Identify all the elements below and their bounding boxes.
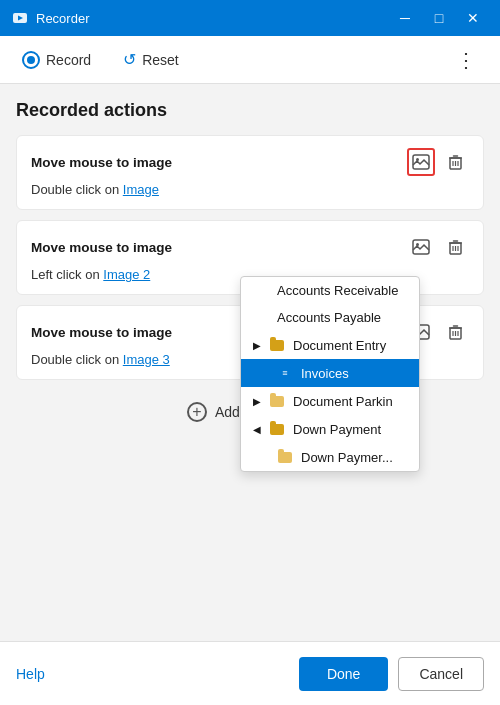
- dropdown-item-1-label: Accounts Payable: [277, 310, 381, 325]
- dropdown-item-4-label: Document Parkin: [293, 394, 393, 409]
- plus-circle-icon: +: [187, 402, 207, 422]
- cancel-button[interactable]: Cancel: [398, 657, 484, 691]
- footer-buttons: Done Cancel: [299, 657, 484, 691]
- record-dot: [27, 56, 35, 64]
- action-card-1-prefix: Double click on: [31, 182, 119, 197]
- action-card-3-prefix: Double click on: [31, 352, 119, 367]
- reset-label: Reset: [142, 52, 179, 68]
- delete-button-2[interactable]: [441, 233, 469, 261]
- folder-icon-5: [269, 421, 285, 437]
- action-card-1-detail: Double click on Image: [31, 182, 469, 197]
- action-card-2-link[interactable]: Image 2: [103, 267, 150, 282]
- dropdown-item-3[interactable]: Invoices: [241, 359, 419, 387]
- dropdown-item-5[interactable]: ◀ Down Payment: [241, 415, 419, 443]
- toolbar: Record ↺ Reset ⋮: [0, 36, 500, 84]
- action-card-2-header: Move mouse to image: [31, 233, 469, 261]
- action-card-2-title: Move mouse to image: [31, 240, 172, 255]
- action-card-3-title: Move mouse to image: [31, 325, 172, 340]
- action-card-1-title: Move mouse to image: [31, 155, 172, 170]
- trash-icon-3: [448, 324, 463, 340]
- list-icon-3: [277, 365, 293, 381]
- title-bar-title: Recorder: [36, 11, 89, 26]
- folder-icon-4: [269, 393, 285, 409]
- close-button[interactable]: ✕: [458, 5, 488, 31]
- action-card-2-icons: [407, 233, 469, 261]
- expand-icon-2: ▶: [253, 340, 261, 351]
- dropdown-item-3-label: Invoices: [301, 366, 349, 381]
- folder-icon-6: [277, 449, 293, 465]
- dropdown-item-1[interactable]: Accounts Payable: [241, 304, 419, 331]
- delete-button-1[interactable]: [441, 148, 469, 176]
- help-button[interactable]: Help: [16, 666, 45, 682]
- dropdown-item-0[interactable]: Accounts Receivable: [241, 277, 419, 304]
- dropdown-menu-wrapper: Accounts Receivable Accounts Payable ▶ D…: [240, 276, 420, 472]
- action-card-1: Move mouse to image: [16, 135, 484, 210]
- image-icon-1: [412, 154, 430, 170]
- action-card-2-prefix: Left click on: [31, 267, 100, 282]
- dropdown-menu: Accounts Receivable Accounts Payable ▶ D…: [240, 276, 420, 472]
- action-card-1-icons: [407, 148, 469, 176]
- dropdown-item-5-label: Down Payment: [293, 422, 381, 437]
- reset-button[interactable]: ↺ Reset: [117, 46, 185, 73]
- expand-icon-4: ▶: [253, 396, 261, 407]
- expand-icon-5: ◀: [253, 424, 261, 435]
- footer: Help Done Cancel: [0, 641, 500, 705]
- delete-button-3[interactable]: [441, 318, 469, 346]
- action-card-1-header: Move mouse to image: [31, 148, 469, 176]
- minimize-button[interactable]: ─: [390, 5, 420, 31]
- dropdown-item-6[interactable]: Down Paymer...: [241, 443, 419, 471]
- dropdown-item-2[interactable]: ▶ Document Entry: [241, 331, 419, 359]
- title-bar: Recorder ─ □ ✕: [0, 0, 500, 36]
- record-circle-icon: [22, 51, 40, 69]
- app-icon: [12, 10, 28, 26]
- reset-icon: ↺: [123, 50, 136, 69]
- image-select-button-1[interactable]: [407, 148, 435, 176]
- dropdown-item-2-label: Document Entry: [293, 338, 386, 353]
- more-options-button[interactable]: ⋮: [448, 46, 484, 74]
- title-bar-left: Recorder: [12, 10, 89, 26]
- dropdown-item-6-label: Down Paymer...: [301, 450, 393, 465]
- dropdown-item-4[interactable]: ▶ Document Parkin: [241, 387, 419, 415]
- section-title: Recorded actions: [16, 100, 484, 121]
- main-content: Recorded actions Move mouse to image: [0, 84, 500, 641]
- action-card-1-link[interactable]: Image: [123, 182, 159, 197]
- image-select-button-2[interactable]: [407, 233, 435, 261]
- dropdown-item-0-label: Accounts Receivable: [277, 283, 398, 298]
- folder-icon-2: [269, 337, 285, 353]
- action-card-3-link[interactable]: Image 3: [123, 352, 170, 367]
- trash-icon-1: [448, 154, 463, 170]
- maximize-button[interactable]: □: [424, 5, 454, 31]
- record-label: Record: [46, 52, 91, 68]
- image-icon-2: [412, 239, 430, 255]
- record-button[interactable]: Record: [16, 47, 97, 73]
- trash-icon-2: [448, 239, 463, 255]
- done-button[interactable]: Done: [299, 657, 388, 691]
- title-bar-controls: ─ □ ✕: [390, 5, 488, 31]
- toolbar-left: Record ↺ Reset: [16, 46, 185, 73]
